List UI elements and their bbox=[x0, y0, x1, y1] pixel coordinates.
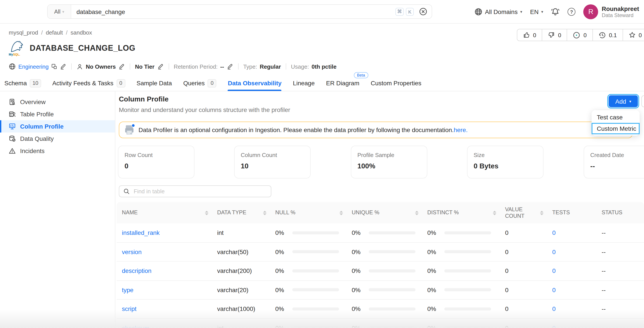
tests-link[interactable]: 0 bbox=[552, 324, 556, 328]
status-cell: -- bbox=[596, 229, 644, 236]
sort-icon[interactable] bbox=[415, 211, 418, 215]
find-in-table[interactable] bbox=[119, 185, 271, 197]
breadcrumb-separator: / bbox=[41, 29, 42, 36]
value-count-cell: 0 bbox=[500, 305, 547, 312]
tests-link[interactable]: 0 bbox=[552, 286, 556, 293]
stat-label: Size bbox=[474, 152, 537, 158]
downvote-button[interactable]: 0 bbox=[542, 29, 567, 41]
user-icon bbox=[77, 63, 83, 70]
tasks-button[interactable]: 0 bbox=[567, 29, 592, 41]
stat-label: Column Count bbox=[241, 152, 304, 158]
progress-bar bbox=[444, 231, 491, 234]
tab-custom-properties[interactable]: Custom Properties bbox=[371, 75, 422, 91]
banner-here-link[interactable]: here. bbox=[454, 126, 468, 133]
tab-er-diagram[interactable]: ER Diagram Beta bbox=[326, 75, 360, 91]
language-selector[interactable]: EN ▾ bbox=[530, 8, 543, 15]
history-clock-icon bbox=[598, 31, 606, 39]
find-in-table-input[interactable] bbox=[133, 188, 267, 195]
column-name-link[interactable]: script bbox=[122, 305, 136, 312]
domain-link[interactable]: Engineering bbox=[18, 63, 49, 70]
sidebar-item-table-profile[interactable]: Table Profile bbox=[0, 108, 115, 120]
unique-pct-cell: 0% bbox=[346, 248, 422, 255]
header-name[interactable]: NAME bbox=[117, 202, 212, 223]
breadcrumb-database[interactable]: default bbox=[46, 29, 63, 36]
domains-selector[interactable]: All Domains ▾ bbox=[474, 8, 522, 16]
add-button[interactable]: Add ▾ bbox=[608, 95, 638, 107]
notifications-bell-icon[interactable] bbox=[551, 8, 560, 16]
global-search[interactable]: All ▾ ⌘ K bbox=[47, 4, 432, 19]
downvote-count: 0 bbox=[558, 32, 561, 38]
profiler-info-banner: Data Profiler is an optional configurati… bbox=[119, 122, 633, 138]
clear-search-icon[interactable] bbox=[419, 8, 427, 16]
star-button[interactable]: 0 bbox=[622, 29, 644, 41]
edit-tier-icon[interactable] bbox=[157, 63, 164, 70]
tests-link[interactable]: 0 bbox=[552, 267, 556, 274]
progress-bar bbox=[292, 326, 339, 328]
tab-label: Activity Feeds & Tasks bbox=[52, 80, 114, 87]
help-icon[interactable]: ? bbox=[568, 8, 576, 16]
menu-item-custom-metric[interactable]: Custom Metric bbox=[592, 123, 640, 134]
version-history-button[interactable]: 0.1 bbox=[592, 29, 622, 41]
globe-icon bbox=[9, 63, 16, 70]
edit-owners-icon[interactable] bbox=[118, 63, 125, 70]
breadcrumb-service[interactable]: mysql_prod bbox=[9, 29, 38, 36]
globe-icon bbox=[474, 8, 482, 16]
breadcrumb-schema[interactable]: sandbox bbox=[70, 29, 92, 36]
column-name-link[interactable]: type bbox=[122, 286, 134, 293]
sort-icon[interactable] bbox=[540, 211, 544, 215]
divider bbox=[286, 63, 286, 70]
column-profile-panel: Column Profile Monitor and understand yo… bbox=[116, 91, 644, 328]
stat-value: 10 bbox=[241, 162, 304, 170]
topbar-right-cluster: All Domains ▾ EN ▾ ? R Rounakpreet Data … bbox=[474, 0, 639, 24]
stat-card-created-date: Created Date -- bbox=[584, 146, 644, 178]
search-icon bbox=[123, 188, 130, 195]
tab-sample-data[interactable]: Sample Data bbox=[136, 75, 172, 91]
progress-bar bbox=[369, 307, 416, 310]
owners-value: No Owners bbox=[86, 63, 116, 70]
header-distinct-pct[interactable]: DISTINCT % bbox=[422, 202, 500, 223]
tests-link[interactable]: 0 bbox=[552, 305, 556, 312]
edit-domain-icon[interactable] bbox=[60, 63, 67, 70]
tests-link[interactable]: 0 bbox=[552, 229, 556, 236]
sidebar-item-column-profile[interactable]: Column Profile bbox=[0, 120, 115, 133]
search-input[interactable] bbox=[71, 8, 396, 15]
column-name-link[interactable]: checksum bbox=[122, 324, 150, 328]
header-value-count[interactable]: VALUE COUNT bbox=[500, 202, 547, 223]
sidebar-item-incidents[interactable]: Incidents bbox=[0, 145, 115, 157]
column-profile-icon bbox=[9, 123, 16, 130]
value-count-cell: 0 bbox=[500, 248, 547, 255]
column-name-link[interactable]: installed_rank bbox=[122, 229, 160, 236]
sidebar-item-data-quality[interactable]: Data Quality bbox=[0, 133, 115, 145]
upvote-button[interactable]: 0 bbox=[517, 29, 542, 41]
column-name-link[interactable]: version bbox=[122, 248, 142, 255]
profiler-icon bbox=[124, 125, 134, 135]
tab-data-observability[interactable]: Data Observability bbox=[228, 75, 282, 91]
user-menu[interactable]: R Rounakpreet Data Steward bbox=[583, 4, 639, 19]
menu-item-test-case[interactable]: Test case bbox=[592, 112, 640, 123]
tests-link[interactable]: 0 bbox=[552, 248, 556, 255]
stat-value: 100% bbox=[358, 162, 421, 170]
header-null-pct[interactable]: NULL % bbox=[270, 202, 346, 223]
sidebar-item-overview[interactable]: Overview bbox=[0, 96, 115, 108]
document-search-icon bbox=[9, 98, 16, 105]
tab-activity-feeds[interactable]: Activity Feeds & Tasks 0 bbox=[52, 75, 125, 91]
tab-schema[interactable]: Schema 10 bbox=[4, 75, 41, 91]
sort-icon[interactable] bbox=[205, 211, 208, 215]
sort-icon[interactable] bbox=[493, 211, 496, 215]
null-pct-cell: 0% bbox=[270, 286, 346, 293]
sort-icon[interactable] bbox=[340, 211, 343, 215]
tab-queries[interactable]: Queries 0 bbox=[183, 75, 216, 91]
column-name-link[interactable]: description bbox=[122, 267, 152, 274]
sort-icon[interactable] bbox=[263, 211, 266, 215]
tab-lineage[interactable]: Lineage bbox=[293, 75, 315, 91]
table-row: checksum int 0% 0% 0% 0 0 -- bbox=[117, 318, 644, 328]
stat-card-row-count: Row Count 0 bbox=[118, 146, 194, 178]
header-unique-pct[interactable]: UNIQUE % bbox=[346, 202, 422, 223]
stat-label: Created Date bbox=[590, 152, 644, 158]
edit-retention-icon[interactable] bbox=[226, 63, 233, 70]
search-scope-select[interactable]: All ▾ bbox=[48, 5, 71, 18]
domain-meta: Engineering bbox=[9, 63, 67, 70]
sidebar-item-label: Column Profile bbox=[20, 123, 64, 130]
header-data-type[interactable]: DATA TYPE bbox=[212, 202, 270, 223]
secondary-button-clipped[interactable] bbox=[642, 95, 644, 107]
